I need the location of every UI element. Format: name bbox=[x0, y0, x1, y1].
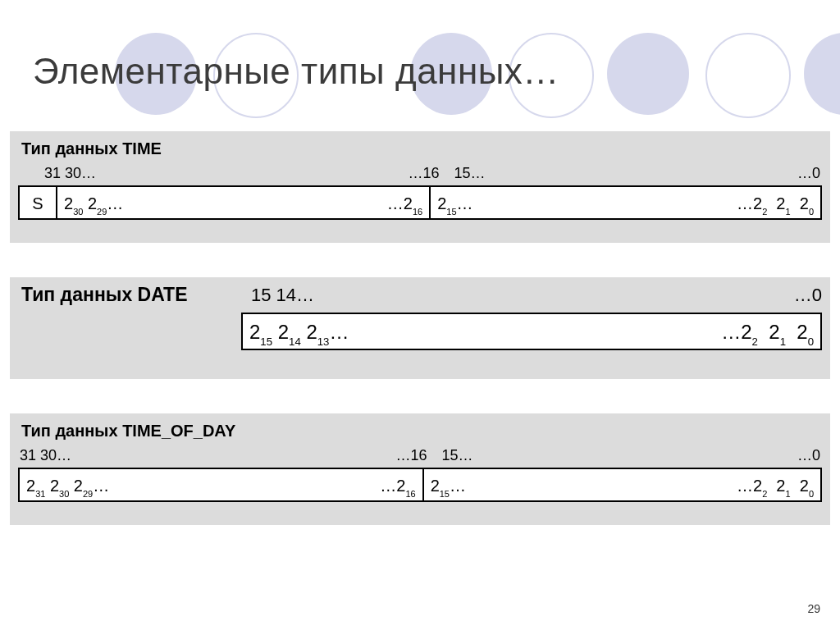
cell-lo-left: 215… bbox=[424, 469, 472, 500]
bit-idx-hi-right: …16 bbox=[395, 447, 427, 464]
bit-idx-lo-right: …0 bbox=[797, 447, 820, 464]
panel-tod-heading: Тип данных TIME_OF_DAY bbox=[21, 422, 822, 441]
panel-tod-bit-index-row: 31 30… …16 15… …0 bbox=[20, 447, 820, 464]
page-number: 29 bbox=[807, 602, 820, 615]
bit-idx-lo-right: …0 bbox=[797, 165, 820, 182]
panel-date-box: 215 214 213… …22 21 20 bbox=[241, 313, 822, 350]
cell-date-right: …22 21 20 bbox=[714, 314, 820, 349]
cell-hi-left: 230 229… bbox=[57, 187, 130, 218]
bit-idx-hi-left: 31 30… bbox=[44, 165, 96, 182]
cell-lo-right: …22 21 20 bbox=[730, 187, 820, 218]
decor-circle-6 bbox=[705, 33, 791, 118]
panel-date-heading: Тип данных DATE bbox=[21, 284, 235, 306]
decor-circle-5 bbox=[607, 33, 689, 115]
bit-idx-right: …0 bbox=[794, 285, 822, 306]
bit-idx-hi-right: …16 bbox=[408, 165, 439, 182]
cell-hi-right: …216 bbox=[381, 187, 431, 218]
slide-title: Элементарные типы данных… bbox=[33, 51, 559, 92]
panel-time-heading: Тип данных TIME bbox=[21, 139, 822, 158]
panel-date: Тип данных DATE 15 14… …0 215 214 213… …… bbox=[10, 277, 830, 379]
panel-tod: Тип данных TIME_OF_DAY 31 30… …16 15… …0… bbox=[10, 413, 830, 525]
decor-circle-7 bbox=[804, 33, 840, 115]
bit-idx-hi-left: 31 30… bbox=[20, 447, 71, 464]
cell-date-left: 215 214 213… bbox=[243, 314, 355, 349]
panel-time: Тип данных TIME 31 30… …16 15… …0 S 230 … bbox=[10, 131, 830, 243]
panel-date-headrow: Тип данных DATE 15 14… …0 bbox=[18, 284, 822, 306]
bit-idx-lo-left: 15… bbox=[442, 447, 473, 464]
cell-lo-right: …22 21 20 bbox=[730, 469, 820, 500]
cell-hi-right: …216 bbox=[373, 469, 423, 500]
panel-tod-box: 231 230 229… …216 215… …22 21 20 bbox=[18, 468, 822, 502]
cell-sign: S bbox=[20, 187, 57, 218]
bit-idx-lo-left: 15… bbox=[454, 165, 486, 182]
cell-hi-left: 231 230 229… bbox=[20, 469, 116, 500]
cell-lo-left: 215… bbox=[431, 187, 479, 218]
panel-time-box: S 230 229… …216 215… …22 21 20 bbox=[18, 185, 822, 220]
panel-time-bit-index-row: 31 30… …16 15… …0 bbox=[20, 165, 820, 182]
bit-idx-left: 15 14… bbox=[251, 285, 314, 306]
